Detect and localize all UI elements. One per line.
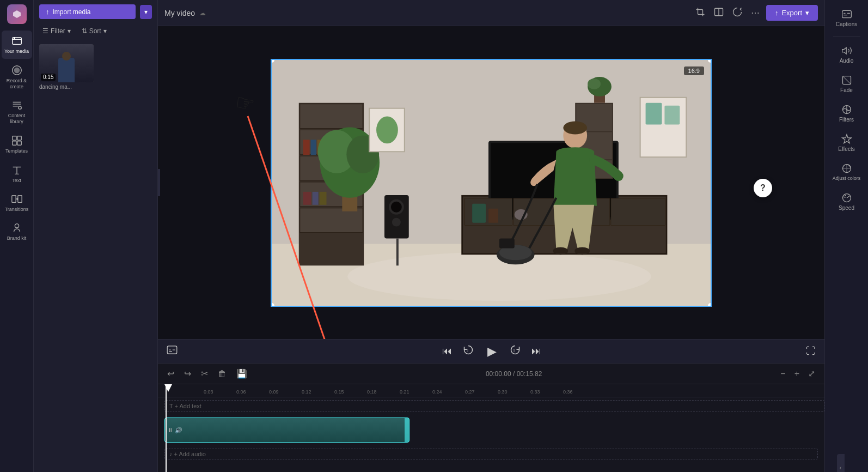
right-panel-filters[interactable]: Filters bbox=[827, 100, 866, 127]
svg-marker-76 bbox=[842, 47, 846, 54]
timeline-ruler: 0:03 0:06 0:09 0:12 0:15 0:18 0:21 0:24 … bbox=[158, 384, 824, 397]
svg-point-67 bbox=[391, 201, 402, 212]
expand-timeline-button[interactable]: ⤢ bbox=[805, 367, 818, 380]
right-panel: Captions Audio Fade Filters Effects bbox=[824, 0, 868, 472]
playback-controls: ⏮ 5 ▶ 5 ⏭ ⛶ bbox=[158, 339, 824, 363]
undo-button[interactable]: ↩ bbox=[164, 367, 177, 380]
svg-rect-10 bbox=[11, 195, 15, 202]
playback-center-controls: ⏮ 5 ▶ 5 ⏭ bbox=[440, 342, 543, 361]
sort-chevron-icon: ▾ bbox=[103, 27, 107, 35]
svg-point-2 bbox=[14, 38, 15, 39]
skip-back-button[interactable]: ⏮ bbox=[440, 343, 454, 359]
svg-point-59 bbox=[563, 121, 587, 134]
import-media-button[interactable]: ↑ Import media bbox=[39, 4, 136, 19]
topbar: My video ☁ ⋯ ↑ Export ▾ bbox=[158, 0, 824, 26]
timeline-toolbar: ↩ ↪ ✂ 🗑 💾 00:00.00 / 00:15.82 − + ⤢ bbox=[158, 364, 824, 384]
zoom-in-button[interactable]: + bbox=[792, 367, 802, 380]
right-panel-collapse-button[interactable]: ‹ bbox=[837, 454, 845, 472]
svg-point-48 bbox=[588, 78, 601, 89]
filter-button[interactable]: ☰ Filter ▾ bbox=[39, 26, 74, 37]
right-panel-captions[interactable]: Captions bbox=[827, 4, 866, 32]
sort-button[interactable]: ⇅ Sort ▾ bbox=[78, 26, 110, 37]
svg-point-68 bbox=[392, 217, 401, 226]
rotate-button[interactable] bbox=[730, 5, 744, 21]
svg-rect-23 bbox=[303, 140, 310, 155]
sidebar-item-your-media[interactable]: Your media bbox=[2, 31, 32, 59]
rewind-button[interactable]: 5 bbox=[461, 342, 476, 360]
right-panel-divider-1 bbox=[833, 36, 860, 37]
svg-point-60 bbox=[553, 247, 568, 255]
play-button[interactable]: ▶ bbox=[482, 342, 501, 361]
add-audio-button[interactable]: ♪ + Add audio bbox=[164, 449, 818, 459]
crop-tool-button[interactable] bbox=[693, 5, 707, 21]
svg-rect-8 bbox=[12, 141, 16, 145]
fullscreen-button[interactable]: ⛶ bbox=[804, 343, 818, 359]
media-panel-header: ↑ Import media ▾ bbox=[34, 0, 157, 23]
svg-point-3 bbox=[14, 68, 19, 72]
media-thumbnail[interactable]: 0:15 bbox=[39, 44, 94, 82]
sort-icon: ⇅ bbox=[82, 27, 87, 35]
svg-rect-56 bbox=[646, 102, 662, 124]
sidebar-item-record-create[interactable]: Record & create bbox=[2, 60, 32, 94]
media-item-label: dancing ma... bbox=[39, 84, 94, 90]
svg-rect-9 bbox=[17, 141, 21, 145]
export-button[interactable]: ↑ Export ▾ bbox=[766, 5, 818, 21]
clip-audio-icon: 🔊 bbox=[175, 427, 182, 434]
svg-rect-27 bbox=[303, 191, 311, 204]
right-panel-fade[interactable]: Fade bbox=[827, 70, 866, 98]
svg-text:5: 5 bbox=[514, 349, 515, 352]
svg-text:5: 5 bbox=[467, 349, 468, 352]
resize-handle-br[interactable] bbox=[708, 303, 712, 307]
clip-pause-icon: ⏸ bbox=[167, 427, 173, 433]
video-clip[interactable]: ⏸ 🔊 bbox=[164, 417, 409, 443]
timeline-area: ↩ ↪ ✂ 🗑 💾 00:00.00 / 00:15.82 − + ⤢ 0:03… bbox=[158, 363, 824, 472]
sidebar-item-transitions[interactable]: Transitions bbox=[2, 189, 32, 216]
svg-rect-29 bbox=[320, 191, 327, 204]
cursor-hand-icon: ☞ bbox=[233, 89, 256, 117]
filter-sort-row: ☰ Filter ▾ ⇅ Sort ▾ bbox=[34, 23, 157, 41]
svg-rect-11 bbox=[17, 195, 21, 202]
skip-forward-button[interactable]: ⏭ bbox=[529, 343, 543, 359]
right-panel-adjust-colors[interactable]: Adjust colors bbox=[827, 159, 866, 186]
video-track: ⏸ 🔊 bbox=[158, 415, 824, 445]
clip-end-handle[interactable] bbox=[405, 418, 409, 442]
delete-button[interactable]: 🗑 bbox=[215, 367, 229, 380]
redo-button[interactable]: ↪ bbox=[181, 367, 194, 380]
svg-rect-69 bbox=[396, 238, 399, 265]
sidebar-item-brand-kit[interactable]: Brand kit bbox=[2, 217, 32, 245]
sidebar-item-text[interactable]: Text bbox=[2, 160, 32, 187]
right-panel-audio[interactable]: Audio bbox=[827, 41, 866, 68]
more-options-button[interactable]: ⋯ bbox=[749, 5, 762, 20]
main-area: My video ☁ ⋯ ↑ Export ▾ bbox=[158, 0, 824, 472]
export-icon: ↑ bbox=[775, 9, 779, 17]
zoom-out-button[interactable]: − bbox=[778, 367, 788, 380]
svg-rect-75 bbox=[842, 10, 851, 17]
split-screen-button[interactable] bbox=[712, 5, 726, 21]
svg-rect-34 bbox=[464, 198, 512, 225]
right-panel-effects[interactable]: Effects bbox=[827, 129, 866, 156]
svg-rect-28 bbox=[313, 191, 319, 204]
help-button[interactable]: ? bbox=[754, 179, 772, 197]
sidebar-item-templates[interactable]: Templates bbox=[2, 130, 32, 159]
app-logo bbox=[7, 4, 27, 24]
captions-toggle-button[interactable] bbox=[164, 343, 180, 359]
svg-rect-24 bbox=[311, 140, 316, 155]
add-text-button[interactable]: T + Add text bbox=[164, 400, 824, 412]
import-media-dropdown-button[interactable]: ▾ bbox=[140, 5, 152, 19]
list-item[interactable]: 0:15 dancing ma... bbox=[39, 44, 94, 90]
timeline-time-display: 00:00.00 / 00:15.82 bbox=[254, 370, 773, 378]
aspect-ratio-badge: 16:9 bbox=[684, 66, 704, 75]
svg-rect-39 bbox=[488, 208, 498, 222]
forward-button[interactable]: 5 bbox=[508, 342, 523, 360]
export-chevron-icon: ▾ bbox=[805, 9, 809, 17]
svg-rect-6 bbox=[12, 136, 16, 140]
right-panel-speed[interactable]: Speed bbox=[827, 188, 866, 215]
svg-rect-37 bbox=[611, 198, 665, 225]
svg-point-61 bbox=[574, 247, 590, 255]
save-clip-button[interactable]: 💾 bbox=[234, 367, 250, 380]
filter-icon: ☰ bbox=[42, 27, 48, 35]
resize-handle-tr[interactable] bbox=[708, 59, 712, 63]
sidebar-item-content-library[interactable]: Content library bbox=[2, 95, 32, 129]
collapse-panel-button[interactable]: ‹ bbox=[158, 169, 160, 196]
cut-button[interactable]: ✂ bbox=[198, 367, 211, 380]
